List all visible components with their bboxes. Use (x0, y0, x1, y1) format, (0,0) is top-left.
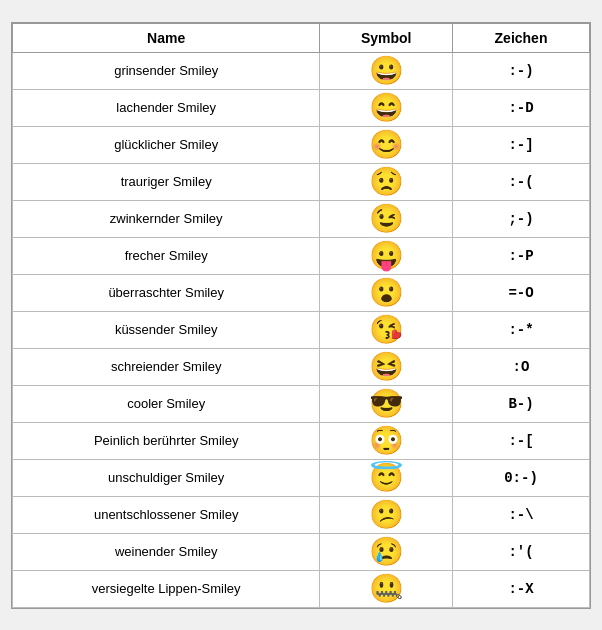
smiley-emoji: 😘 (369, 314, 404, 345)
cell-symbol: 😇 (320, 459, 453, 496)
cell-name: lachender Smiley (13, 89, 320, 126)
cell-name: trauriger Smiley (13, 163, 320, 200)
cell-name: glücklicher Smiley (13, 126, 320, 163)
smiley-emoji: 😮 (369, 277, 404, 308)
cell-symbol: 😊 (320, 126, 453, 163)
table-row: küssender Smiley😘:-* (13, 311, 590, 348)
smiley-emoji: 😀 (369, 55, 404, 86)
table-row: Peinlich berührter Smiley😳:-[ (13, 422, 590, 459)
cell-symbol: 😟 (320, 163, 453, 200)
table-row: zwinkernder Smiley😉;-) (13, 200, 590, 237)
cell-symbol: 😀 (320, 52, 453, 89)
smiley-emoji: 😎 (369, 388, 404, 419)
header-zeichen: Zeichen (453, 23, 590, 52)
cell-symbol: 😳 (320, 422, 453, 459)
smiley-emoji: 😛 (369, 240, 404, 271)
cell-zeichen: :-* (453, 311, 590, 348)
zeichen-text: 0:-) (504, 470, 538, 486)
smiley-emoji: 😆 (369, 351, 404, 382)
smiley-emoji: 😕 (369, 499, 404, 530)
cell-zeichen: :-[ (453, 422, 590, 459)
cell-zeichen: :-P (453, 237, 590, 274)
cell-name: unschuldiger Smiley (13, 459, 320, 496)
cell-zeichen: :'( (453, 533, 590, 570)
cell-name: schreiender Smiley (13, 348, 320, 385)
cell-symbol: 😕 (320, 496, 453, 533)
zeichen-text: :-[ (508, 433, 533, 449)
cell-name: zwinkernder Smiley (13, 200, 320, 237)
cell-name: cooler Smiley (13, 385, 320, 422)
table-row: lachender Smiley😄:-D (13, 89, 590, 126)
cell-zeichen: :-) (453, 52, 590, 89)
zeichen-text: :O (513, 359, 530, 375)
cell-zeichen: :O (453, 348, 590, 385)
smiley-emoji: 🤐 (369, 573, 404, 604)
zeichen-text: :-D (508, 100, 533, 116)
cell-symbol: 😄 (320, 89, 453, 126)
cell-symbol: 😢 (320, 533, 453, 570)
cell-zeichen: :-( (453, 163, 590, 200)
zeichen-text: :-P (508, 248, 533, 264)
cell-zeichen: :-\ (453, 496, 590, 533)
cell-name: Peinlich berührter Smiley (13, 422, 320, 459)
smiley-emoji: 😄 (369, 92, 404, 123)
table-row: unentschlossener Smiley😕:-\ (13, 496, 590, 533)
cell-zeichen: :-] (453, 126, 590, 163)
zeichen-text: =-O (508, 285, 533, 301)
smiley-emoji: 😊 (369, 129, 404, 160)
smiley-emoji: 😢 (369, 536, 404, 567)
zeichen-text: :-] (508, 137, 533, 153)
cell-symbol: 🤐 (320, 570, 453, 607)
cell-symbol: 😉 (320, 200, 453, 237)
cell-symbol: 😘 (320, 311, 453, 348)
table-row: trauriger Smiley😟:-( (13, 163, 590, 200)
smiley-emoji: 😇 (369, 462, 404, 493)
smiley-emoji: 😉 (369, 203, 404, 234)
zeichen-text: :-) (508, 63, 533, 79)
cell-zeichen: 0:-) (453, 459, 590, 496)
cell-name: überraschter Smiley (13, 274, 320, 311)
cell-zeichen: :-D (453, 89, 590, 126)
table-row: cooler Smiley😎B-) (13, 385, 590, 422)
cell-symbol: 😮 (320, 274, 453, 311)
smiley-emoji: 😳 (369, 425, 404, 456)
zeichen-text: B-) (508, 396, 533, 412)
table-row: grinsender Smiley😀:-) (13, 52, 590, 89)
zeichen-text: :-X (508, 581, 533, 597)
cell-zeichen: B-) (453, 385, 590, 422)
cell-name: unentschlossener Smiley (13, 496, 320, 533)
table-row: schreiender Smiley😆:O (13, 348, 590, 385)
table-row: frecher Smiley😛:-P (13, 237, 590, 274)
cell-symbol: 😆 (320, 348, 453, 385)
cell-symbol: 😎 (320, 385, 453, 422)
smiley-table: Name Symbol Zeichen grinsender Smiley😀:-… (12, 23, 590, 608)
cell-symbol: 😛 (320, 237, 453, 274)
cell-name: weinender Smiley (13, 533, 320, 570)
zeichen-text: :'( (508, 544, 533, 560)
smiley-table-wrapper: Name Symbol Zeichen grinsender Smiley😀:-… (11, 22, 591, 609)
cell-zeichen: ;-) (453, 200, 590, 237)
table-row: weinender Smiley😢:'( (13, 533, 590, 570)
table-row: versiegelte Lippen-Smiley🤐:-X (13, 570, 590, 607)
cell-name: küssender Smiley (13, 311, 320, 348)
zeichen-text: :-* (508, 322, 533, 338)
zeichen-text: ;-) (508, 211, 533, 227)
table-header-row: Name Symbol Zeichen (13, 23, 590, 52)
zeichen-text: :-\ (508, 507, 533, 523)
table-row: überraschter Smiley😮=-O (13, 274, 590, 311)
cell-zeichen: =-O (453, 274, 590, 311)
cell-name: versiegelte Lippen-Smiley (13, 570, 320, 607)
cell-name: grinsender Smiley (13, 52, 320, 89)
table-row: unschuldiger Smiley😇0:-) (13, 459, 590, 496)
cell-name: frecher Smiley (13, 237, 320, 274)
smiley-emoji: 😟 (369, 166, 404, 197)
cell-zeichen: :-X (453, 570, 590, 607)
header-name: Name (13, 23, 320, 52)
zeichen-text: :-( (508, 174, 533, 190)
header-symbol: Symbol (320, 23, 453, 52)
table-row: glücklicher Smiley😊:-] (13, 126, 590, 163)
